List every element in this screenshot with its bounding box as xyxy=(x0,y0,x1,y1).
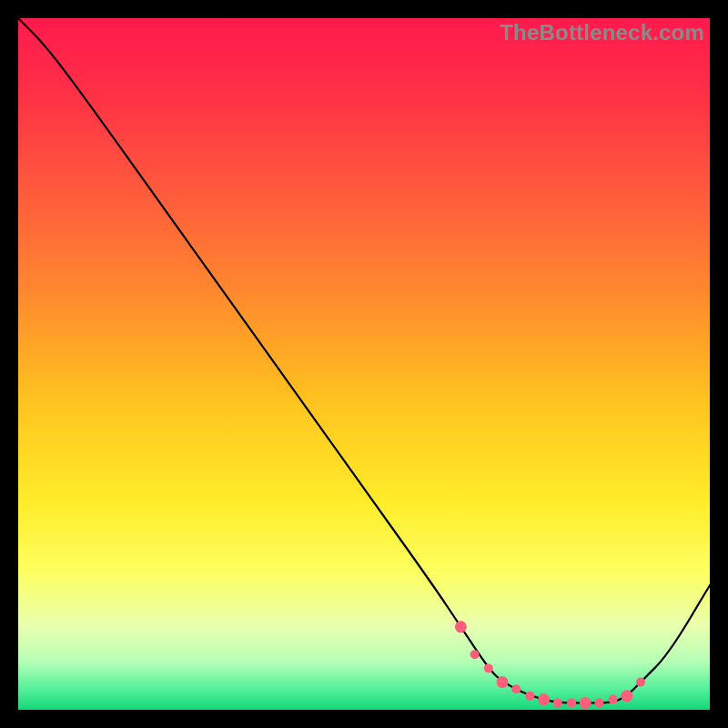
trough-marker xyxy=(455,621,467,632)
trough-marker xyxy=(594,698,603,707)
trough-marker xyxy=(525,692,534,701)
plot-area: TheBottleneck.com xyxy=(18,18,710,710)
trough-marker xyxy=(470,650,480,659)
trough-marker xyxy=(636,678,645,687)
trough-marker xyxy=(621,690,632,702)
trough-marker xyxy=(484,663,493,672)
trough-marker xyxy=(580,697,592,709)
trough-marker xyxy=(511,684,521,693)
curve-layer xyxy=(18,18,710,710)
trough-marker xyxy=(567,698,576,707)
trough-marker xyxy=(553,698,562,707)
trough-marker xyxy=(609,695,618,704)
chart-stage: TheBottleneck.com xyxy=(0,0,728,728)
trough-markers xyxy=(455,621,645,709)
curve-line xyxy=(18,18,710,703)
trough-marker xyxy=(497,676,509,688)
trough-marker xyxy=(538,693,550,705)
